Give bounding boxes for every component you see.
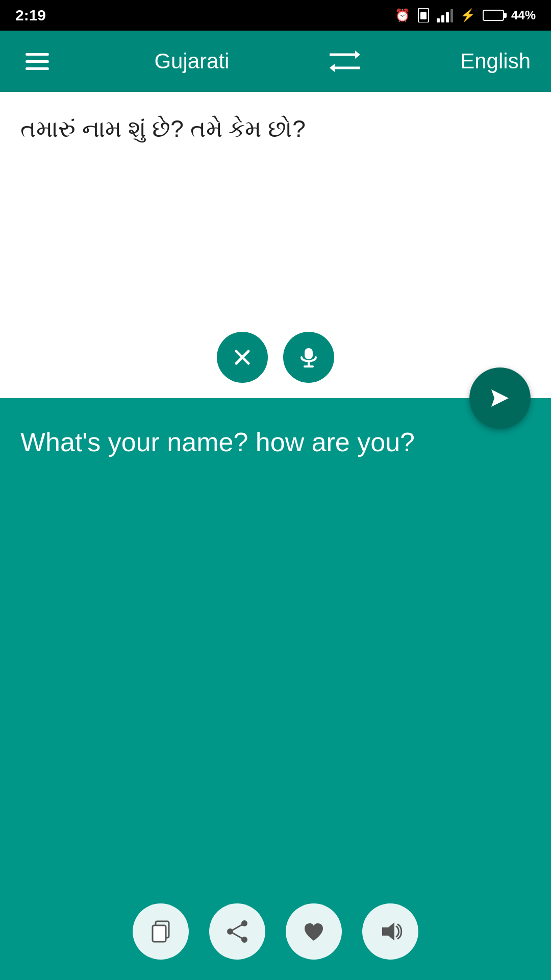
svg-rect-15 [153, 925, 166, 942]
charging-icon: ⚡ [460, 8, 475, 22]
svg-rect-4 [446, 12, 449, 22]
svg-rect-2 [437, 18, 440, 22]
source-text[interactable]: તમારું નામ શું છે? તમે કેમ છો? [20, 112, 531, 145]
svg-marker-21 [382, 922, 394, 941]
source-language[interactable]: Gujarati [154, 49, 229, 74]
svg-rect-3 [441, 15, 444, 22]
favorite-button[interactable] [286, 903, 342, 960]
svg-marker-13 [491, 389, 509, 407]
status-icons: ⏰ ⚡ 44% [395, 8, 536, 22]
target-language[interactable]: English [460, 49, 531, 74]
svg-rect-1 [420, 12, 427, 19]
input-action-buttons [217, 332, 334, 383]
signal-icon [437, 8, 453, 22]
alarm-icon: ⏰ [395, 8, 410, 22]
svg-line-20 [230, 932, 244, 940]
output-action-buttons [133, 903, 418, 960]
battery-percent: 44% [511, 8, 536, 22]
send-translate-button[interactable] [469, 368, 531, 429]
svg-rect-5 [450, 9, 453, 22]
copy-button[interactable] [133, 903, 189, 960]
share-button[interactable] [209, 903, 265, 960]
clear-button[interactable] [217, 332, 268, 383]
speaker-button[interactable] [362, 903, 418, 960]
svg-rect-10 [305, 348, 313, 359]
battery-icon [483, 10, 504, 21]
status-time: 2:19 [15, 7, 46, 24]
sim-icon [417, 8, 430, 22]
menu-button[interactable] [20, 48, 54, 75]
microphone-button[interactable] [283, 332, 334, 383]
top-nav: Gujarati English [0, 31, 551, 92]
output-area: What's your name? how are you? [0, 398, 551, 980]
translated-text: What's your name? how are you? [20, 424, 531, 461]
swap-languages-button[interactable] [330, 48, 360, 74]
svg-line-19 [230, 923, 244, 932]
status-bar: 2:19 ⏰ ⚡ 44% [0, 0, 551, 31]
input-area: તમારું નામ શું છે? તમે કેમ છો? [0, 92, 551, 398]
